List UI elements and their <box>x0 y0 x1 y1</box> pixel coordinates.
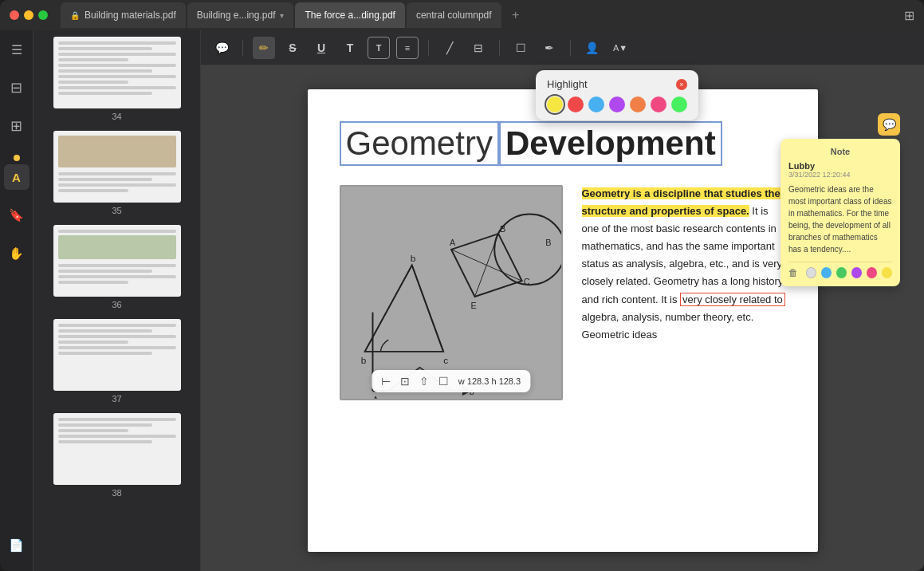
note-date: 3/31/2022 12:20:44 <box>788 171 892 179</box>
measure-tool-button[interactable]: ╱ <box>438 37 461 59</box>
thumbnail-num-36: 36 <box>112 300 121 309</box>
highlight-popup-header: Highlight × <box>547 78 687 90</box>
thumbnail-num-37: 37 <box>112 394 121 404</box>
bookmark-button[interactable]: 🔖 <box>4 203 29 228</box>
thumbnail-item-35[interactable]: 35 <box>45 131 189 215</box>
note-color-none[interactable] <box>806 267 816 278</box>
highlight-popup: Highlight × <box>536 70 698 120</box>
svg-text:A: A <box>450 238 456 247</box>
highlight-tool-button[interactable]: ✏ <box>253 37 275 59</box>
tabs-bar: 🔒 Building materials.pdf Building e...in… <box>61 0 904 30</box>
thumbnail-num-38: 38 <box>112 488 121 498</box>
hand-tool-button[interactable]: ✋ <box>4 241 29 266</box>
thumbnail-view-button[interactable]: ⊟ <box>4 75 29 100</box>
color-orange[interactable] <box>630 96 646 112</box>
note-body: Geometric ideas are the most important c… <box>788 183 892 255</box>
traffic-lights <box>10 10 48 20</box>
annotation-button[interactable]: A <box>4 164 29 190</box>
highlighted-text: Geometry is a discipline that studies th… <box>582 187 780 217</box>
svg-text:A: A <box>372 395 379 399</box>
annotation-section: A <box>4 155 29 190</box>
right-column: Geometry is a discipline that studies th… <box>582 185 786 400</box>
note-color-blue[interactable] <box>821 267 832 278</box>
thumbnail-image-36 <box>53 225 181 297</box>
svg-text:E: E <box>470 301 476 310</box>
rect-line-tool-button[interactable]: ⊟ <box>467 37 490 59</box>
svg-text:b: b <box>360 355 366 366</box>
person-tool-button[interactable]: 👤 <box>580 37 603 59</box>
thumbnail-image-38 <box>53 413 181 485</box>
note-color-green[interactable] <box>836 267 847 278</box>
note-panel: 💬 Note Lubby 3/31/2022 12:20:44 Geometri… <box>780 113 900 286</box>
thumbnail-image-35 <box>53 131 181 203</box>
color-red[interactable] <box>568 96 584 112</box>
tab-central[interactable]: central columnpdf <box>407 2 501 28</box>
add-tab-button[interactable]: + <box>506 6 525 25</box>
corner-icon[interactable]: ⊡ <box>400 375 410 388</box>
share-icon[interactable]: ⇧ <box>419 375 429 388</box>
strikethrough-tool-button[interactable]: S <box>281 37 304 59</box>
tab-force[interactable]: The force a...ding.pdf <box>295 2 404 28</box>
minimize-button[interactable] <box>24 10 33 20</box>
sidebar-toggle-button[interactable]: ☰ <box>4 37 29 62</box>
thumbnail-num-35: 35 <box>112 206 121 215</box>
geometry-image: b b c A B C E <box>340 185 563 400</box>
color-pink[interactable] <box>651 96 666 112</box>
tab-label: Building e...ing.pdf <box>197 10 276 21</box>
tab-label: central columnpdf <box>416 10 492 21</box>
content-area: 💬 ✏ S U T T ≡ ╱ ⊟ ☐ ✒ 👤 A▼ Highlight × <box>201 30 924 571</box>
typewriter-tool-button[interactable]: T <box>339 37 361 59</box>
text-area-tool-button[interactable]: ≡ <box>396 37 419 59</box>
text-normal-1: It is one of the most basic research con… <box>582 205 784 305</box>
highlight-popup-close[interactable]: × <box>676 79 687 90</box>
thumbnail-num-34: 34 <box>112 112 121 121</box>
svg-text:c: c <box>443 355 448 366</box>
note-toggle-button[interactable]: 💬 <box>878 113 900 136</box>
note-color-purple[interactable] <box>851 267 862 278</box>
svg-text:B: B <box>545 238 551 247</box>
bottom-page-button[interactable]: 📄 <box>4 533 29 558</box>
boxed-text: very closely related to <box>680 293 785 306</box>
note-author: Lubby <box>788 161 892 171</box>
layout-icon[interactable]: ⊞ <box>904 8 914 23</box>
textbox-tool-button[interactable]: T <box>368 37 390 59</box>
page-content: GeometryDevelopment <box>308 89 818 552</box>
underline-tool-button[interactable]: U <box>310 37 332 59</box>
left-icon-bar: ☰ ⊟ ⊞ A 🔖 ✋ 📄 <box>0 30 33 571</box>
stamp-tool-button[interactable]: A▼ <box>609 37 631 59</box>
crop-icon[interactable]: ⊢ <box>381 375 391 388</box>
main-layout: ☰ ⊟ ⊞ A 🔖 ✋ 📄 <box>0 30 924 571</box>
thumbnail-item-38[interactable]: 38 <box>45 413 189 498</box>
toolbar-divider-2 <box>428 40 429 56</box>
thumbnail-item-34[interactable]: 34 <box>45 37 189 121</box>
text-normal-2: algebra, analysis, number theory, etc. G… <box>582 311 754 341</box>
thumbnail-item-37[interactable]: 37 <box>45 319 189 404</box>
color-blue[interactable] <box>588 96 604 112</box>
close-button[interactable] <box>10 10 19 20</box>
toolbar-divider-4 <box>570 40 571 56</box>
bottom-icon: 📄 <box>4 533 29 558</box>
thumbnail-image-37 <box>53 319 181 391</box>
maximize-button[interactable] <box>38 10 48 20</box>
color-purple[interactable] <box>609 96 625 112</box>
color-yellow[interactable] <box>547 96 563 112</box>
color-green[interactable] <box>671 96 687 112</box>
freehand-tool-button[interactable]: ✒ <box>538 37 560 59</box>
thumbnail-item-36[interactable]: 36 <box>45 225 189 309</box>
tab-building-materials[interactable]: 🔒 Building materials.pdf <box>61 2 186 28</box>
note-color-yellow[interactable] <box>882 267 892 278</box>
tab-building-e[interactable]: Building e...ing.pdf ▾ <box>187 2 294 28</box>
annotation-dot <box>14 155 20 161</box>
note-delete-icon[interactable]: 🗑 <box>788 267 798 278</box>
thumbnails-panel[interactable]: 34 35 <box>33 30 201 571</box>
content-body: b b c A B C E <box>340 185 786 400</box>
note-color-pink[interactable] <box>867 267 877 278</box>
shape-tool-button[interactable]: ☐ <box>509 37 532 59</box>
highlight-popup-title: Highlight <box>547 78 588 90</box>
toolbar-divider-3 <box>499 40 500 56</box>
left-column: b b c A B C E <box>340 185 563 400</box>
cut-icon[interactable]: ☐ <box>438 375 449 388</box>
toolbar: 💬 ✏ S U T T ≡ ╱ ⊟ ☐ ✒ 👤 A▼ Highlight × <box>201 30 924 65</box>
grid-view-button[interactable]: ⊞ <box>4 113 29 139</box>
comment-icon[interactable]: 💬 <box>210 37 233 59</box>
